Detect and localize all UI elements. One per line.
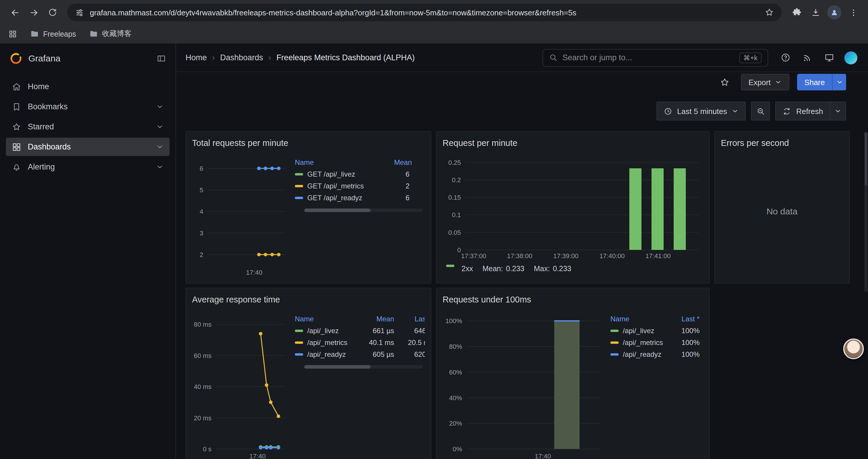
browser-menu-button[interactable] xyxy=(844,4,862,21)
svg-text:60 ms: 60 ms xyxy=(194,352,212,359)
chevron-down-icon[interactable] xyxy=(156,123,164,131)
sidebar-item-home[interactable]: Home xyxy=(6,77,169,96)
user-avatar[interactable] xyxy=(843,50,859,65)
legend-row: /api/_livez 100% xyxy=(608,325,702,337)
legend-scrollbar[interactable] xyxy=(304,365,423,369)
sidebar-item-alerting[interactable]: Alerting xyxy=(6,158,169,176)
refresh-split-button: Refresh xyxy=(776,102,846,121)
floating-extension-avatar[interactable] xyxy=(843,338,864,359)
bookmark-icon xyxy=(12,102,21,111)
series-name[interactable]: /api/_metrics xyxy=(307,338,347,347)
chevron-down-icon[interactable] xyxy=(156,163,164,171)
browser-toolbar: grafana.mathmast.com/d/deytv4rwavabkb/fr… xyxy=(0,0,868,25)
series-name[interactable]: /api/_livez xyxy=(623,327,654,335)
series-last: 620 xyxy=(397,349,425,360)
url-bar[interactable]: grafana.mathmast.com/d/deytv4rwavabkb/fr… xyxy=(67,4,782,21)
bar-chart[interactable]: 100%80%60%40%20%0%17:40 xyxy=(442,307,604,459)
search-box[interactable]: ⌘+k xyxy=(542,49,768,66)
legend-header-name[interactable]: Name xyxy=(608,313,667,325)
legend-row: /api/_livez 661 µs 646 xyxy=(292,325,425,337)
panel-title[interactable]: Average response time xyxy=(192,292,425,307)
breadcrumb-dashboards[interactable]: Dashboards xyxy=(220,53,263,62)
apps-grid-icon[interactable] xyxy=(8,30,17,38)
svg-text:17:40: 17:40 xyxy=(535,453,551,459)
series-name[interactable]: /api/_livez xyxy=(307,327,339,335)
extensions-button[interactable] xyxy=(788,4,805,21)
series-name[interactable]: /api/_readyz xyxy=(307,350,346,359)
refresh-interval-button[interactable] xyxy=(830,102,845,120)
refresh-button[interactable]: Refresh xyxy=(776,102,830,120)
series-name[interactable]: GET /api/_livez xyxy=(307,170,355,178)
search-input[interactable] xyxy=(562,53,735,62)
timeseries-chart[interactable]: 80 ms60 ms40 ms20 ms0 s17:40 xyxy=(192,307,289,459)
scrollbar-thumb[interactable] xyxy=(304,208,370,212)
breadcrumb-current: Freeleaps Metrics Dashboard (ALPHA) xyxy=(277,53,415,62)
svg-text:17:41:00: 17:41:00 xyxy=(646,252,671,260)
dashboard-scrollbar[interactable] xyxy=(864,132,867,292)
profile-button[interactable] xyxy=(826,4,843,21)
bar-chart[interactable]: 0.250.20.150.10.05017:37:0017:38:0017:39… xyxy=(442,151,704,262)
site-settings-icon[interactable] xyxy=(75,8,84,17)
favorite-star-button[interactable] xyxy=(716,74,733,90)
kiosk-monitor-button[interactable] xyxy=(821,50,837,65)
export-label: Export xyxy=(748,78,771,87)
scrollbar-thumb[interactable] xyxy=(864,132,867,186)
chevron-down-icon[interactable] xyxy=(156,103,164,110)
legend-header-name[interactable]: Name xyxy=(292,157,392,168)
legend-header-mean[interactable]: Mean xyxy=(362,313,397,325)
chevron-down-icon[interactable] xyxy=(156,143,164,151)
scrollbar-thumb[interactable] xyxy=(304,365,370,369)
svg-text:0 s: 0 s xyxy=(203,446,212,453)
back-button[interactable] xyxy=(6,4,24,21)
bookmark-folder-blogs[interactable]: 收藏博客 xyxy=(89,29,131,39)
news-rss-button[interactable] xyxy=(800,50,815,65)
grafana-header: Home › Dashboards › Freeleaps Metrics Da… xyxy=(176,44,868,72)
breadcrumb-home[interactable]: Home xyxy=(186,53,207,62)
panel-title[interactable]: Requests under 100ms xyxy=(442,292,703,307)
bookmark-star-icon[interactable] xyxy=(765,8,774,17)
series-name[interactable]: GET /api/_metrics xyxy=(307,182,364,190)
series-name[interactable]: /api/_readyz xyxy=(623,350,661,359)
legend-scrollbar[interactable] xyxy=(304,208,423,212)
panel-title[interactable]: Errors per second xyxy=(721,135,843,151)
sidebar-item-bookmarks[interactable]: Bookmarks xyxy=(6,97,169,116)
panel-requests-under-100ms: Requests under 100ms 100%80%60%40%20%0%1… xyxy=(436,288,710,459)
sidebar-item-starred[interactable]: Starred xyxy=(6,118,169,136)
panel-request-per-minute: Request per minute 0.250.20.150.10.05017… xyxy=(436,131,710,284)
legend-header-last[interactable]: Las xyxy=(397,313,425,325)
dock-menu-button[interactable] xyxy=(157,54,166,63)
legend-header-name[interactable]: Name xyxy=(292,313,362,325)
svg-text:17:40: 17:40 xyxy=(246,269,262,276)
export-button[interactable]: Export xyxy=(741,74,789,90)
share-menu-button[interactable] xyxy=(832,74,846,90)
share-split-button: Share xyxy=(797,74,846,90)
reload-button[interactable] xyxy=(44,4,61,21)
legend-header-last[interactable]: Last * xyxy=(667,313,702,325)
legend-header-mean[interactable]: Mean xyxy=(392,157,425,168)
help-button[interactable] xyxy=(778,50,793,65)
forward-button[interactable] xyxy=(25,4,42,21)
kebab-menu-icon xyxy=(849,8,858,17)
panel-title[interactable]: Request per minute xyxy=(442,135,703,151)
series-name[interactable]: 2xx xyxy=(462,265,473,273)
zoom-out-icon xyxy=(756,107,765,116)
dashboards-grid-icon xyxy=(12,142,21,152)
time-range-picker[interactable]: Last 5 minutes xyxy=(656,102,746,121)
zoom-out-button[interactable] xyxy=(751,102,770,121)
bell-icon xyxy=(12,162,21,172)
share-button[interactable]: Share xyxy=(797,74,832,90)
svg-text:0.15: 0.15 xyxy=(448,194,461,201)
sidebar-item-dashboards[interactable]: Dashboards xyxy=(6,138,169,156)
bookmark-folder-freeleaps[interactable]: Freeleaps xyxy=(30,30,76,38)
series-name[interactable]: GET /api/_readyz xyxy=(307,194,362,202)
legend-row: /api/_metrics 100% xyxy=(608,337,702,349)
sidebar-item-label: Starred xyxy=(28,122,54,131)
breadcrumb-separator: › xyxy=(207,53,220,62)
brand-name[interactable]: Grafana xyxy=(28,53,60,63)
downloads-button[interactable] xyxy=(807,4,824,21)
panel-title[interactable]: Total requests per minute xyxy=(192,135,425,151)
timeseries-chart[interactable]: 6543217:40 xyxy=(192,151,289,278)
series-name[interactable]: /api/_metrics xyxy=(623,338,663,347)
grafana-logo[interactable] xyxy=(9,52,23,65)
series-mean: 661 µs xyxy=(362,325,397,337)
